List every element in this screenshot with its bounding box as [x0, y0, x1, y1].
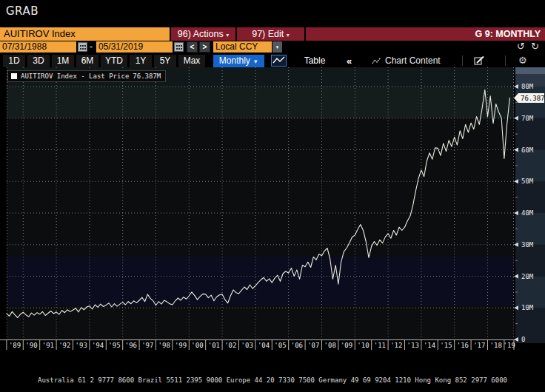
frequency-select[interactable]: Monthly ▼ [213, 55, 264, 67]
svg-text:0: 0 [521, 336, 525, 343]
mini-chart-icon [372, 57, 381, 65]
svg-text:'08: '08 [324, 342, 336, 349]
svg-text:76.387M: 76.387M [521, 95, 545, 102]
svg-text:'02: '02 [224, 342, 236, 349]
frequency-label: Monthly [219, 55, 250, 66]
next-period-button[interactable]: > [199, 41, 210, 53]
svg-text:'92: '92 [58, 342, 70, 349]
period-tab-1y[interactable]: 1Y [130, 55, 152, 67]
svg-text:'95: '95 [108, 342, 120, 349]
svg-text:'10: '10 [357, 342, 369, 349]
chart-content-label: Chart Content [385, 55, 441, 67]
period-tab-ytd[interactable]: YTD [101, 55, 127, 67]
svg-text:10M: 10M [521, 304, 534, 311]
svg-text:'94: '94 [92, 342, 104, 349]
svg-text:'01: '01 [208, 342, 220, 349]
svg-text:'16: '16 [457, 342, 469, 349]
svg-text:'19: '19 [504, 342, 515, 349]
edit-button[interactable]: 97) Edit ▾ [237, 27, 304, 41]
calendar-icon[interactable] [174, 42, 184, 52]
date-from-input[interactable]: 07/31/1988 [0, 41, 76, 53]
bloomberg-terminal-window: GRAB AUITIROV Index 96) Actions ▾ 97) Ed… [0, 0, 545, 392]
svg-text:'13: '13 [407, 342, 419, 349]
gear-icon[interactable]: ⚙ [518, 54, 527, 67]
svg-text:'03: '03 [241, 342, 253, 349]
undo-icon[interactable]: ↺ [517, 41, 525, 52]
calendar-icon[interactable] [78, 42, 87, 52]
period-tab-3d[interactable]: 3D [27, 55, 50, 67]
svg-text:'97: '97 [141, 342, 153, 349]
footer-contacts-line: Australia 61 2 9777 8600 Brazil 5511 239… [0, 376, 545, 385]
period-tab-1m[interactable]: 1M [52, 55, 74, 67]
svg-text:'99: '99 [175, 342, 187, 349]
svg-text:60M: 60M [521, 146, 534, 154]
table-button[interactable]: Table [298, 55, 332, 67]
svg-text:'93: '93 [76, 342, 87, 349]
panel-indicator: G 9: MONTHLY [306, 27, 545, 41]
chevron-down-icon: ▼ [253, 58, 258, 65]
svg-text:'18: '18 [490, 342, 502, 349]
date-to-input[interactable]: 05/31/2019 [96, 41, 173, 53]
toolbar-divider [462, 55, 463, 66]
svg-text:'00: '00 [191, 342, 203, 349]
chart-content-button[interactable]: Chart Content [372, 55, 441, 67]
svg-text:50M: 50M [521, 178, 534, 185]
svg-text:'90: '90 [25, 342, 37, 349]
svg-text:30M: 30M [521, 241, 534, 249]
series-swatch [11, 73, 17, 79]
currency-dropdown-button[interactable]: ▾ [272, 41, 282, 53]
svg-text:70M: 70M [521, 115, 534, 122]
terminal-footer: Australia 61 2 9777 8600 Brazil 5511 239… [0, 360, 545, 392]
svg-text:20M: 20M [521, 273, 534, 280]
chevron-down-icon: ▾ [287, 32, 290, 38]
svg-text:'04: '04 [258, 342, 270, 349]
redo-icon[interactable]: ↻ [531, 41, 539, 52]
period-tab-max[interactable]: Max [178, 55, 205, 67]
currency-select[interactable]: Local CCY [213, 41, 272, 53]
line-chart-icon [272, 55, 286, 66]
svg-text:'89: '89 [9, 342, 21, 349]
period-tab-5y[interactable]: 5Y [154, 55, 176, 67]
period-tab-6m[interactable]: 6M [76, 55, 98, 67]
series-label: AUITIROV Index - Last Price [21, 72, 129, 80]
actions-button[interactable]: 96) Actions ▾ [171, 27, 235, 41]
security-input[interactable]: AUITIROV Index [0, 27, 170, 41]
svg-text:'91: '91 [42, 342, 54, 349]
svg-text:'12: '12 [390, 342, 402, 349]
period-tab-1d[interactable]: 1D [3, 55, 25, 67]
svg-text:'05: '05 [274, 342, 286, 349]
svg-text:'09: '09 [341, 342, 352, 349]
collapse-toolbar-button[interactable]: « [347, 55, 352, 67]
toolbar-divider [505, 55, 506, 66]
edit-label: 97) Edit [252, 29, 284, 39]
price-chart-plot[interactable]: 010M20M30M40M50M60M70M80M'89'90'91'92'93… [0, 67, 545, 359]
svg-text:'17: '17 [473, 342, 485, 349]
svg-text:40M: 40M [521, 209, 534, 217]
period-tabs: 1D3D1M6MYTD1Y5YMax [3, 55, 205, 67]
series-last-price: 76.387M [133, 72, 161, 80]
svg-text:'11: '11 [374, 342, 386, 349]
page-title: GRAB [6, 4, 39, 18]
legend-item[interactable]: AUITIROV Index - Last Price 76.387M [7, 70, 166, 82]
line-chart-type-button[interactable] [271, 55, 287, 67]
svg-text:'06: '06 [291, 342, 303, 349]
svg-text:'98: '98 [158, 342, 170, 349]
svg-text:80M: 80M [521, 83, 534, 90]
svg-text:'07: '07 [307, 342, 319, 349]
svg-text:'14: '14 [424, 342, 435, 349]
chevron-down-icon: ▾ [226, 32, 229, 38]
actions-label: 96) Actions [178, 29, 224, 39]
svg-text:'96: '96 [125, 342, 137, 349]
svg-text:'15: '15 [440, 342, 452, 349]
prev-period-button[interactable]: < [187, 41, 198, 53]
date-range-separator: - [90, 41, 93, 53]
